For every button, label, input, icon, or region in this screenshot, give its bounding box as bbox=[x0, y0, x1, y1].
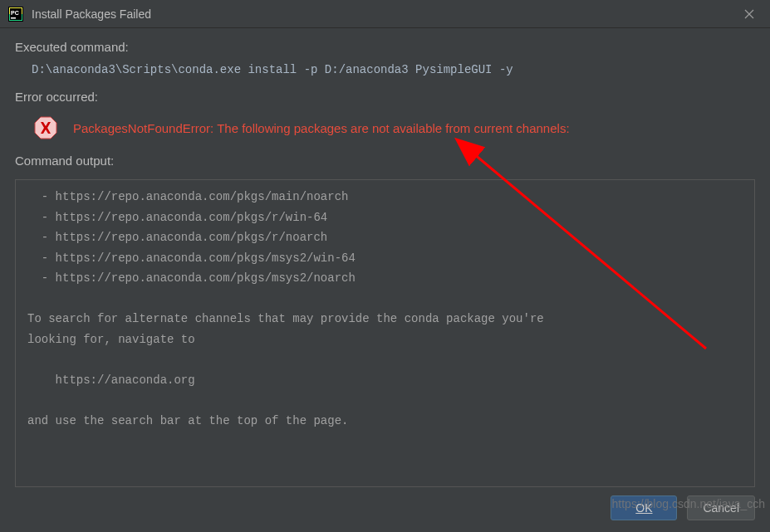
error-x-icon bbox=[33, 115, 58, 140]
close-icon bbox=[744, 9, 754, 19]
command-output-textarea[interactable]: - https://repo.anaconda.com/pkgs/main/no… bbox=[15, 179, 755, 487]
svg-text:PC: PC bbox=[11, 10, 19, 16]
pycharm-icon: PC bbox=[8, 7, 23, 22]
command-output-label: Command output: bbox=[15, 154, 755, 168]
error-message-text: PackagesNotFoundError: The following pac… bbox=[73, 121, 570, 135]
watermark-text: https://blog.csdn.net/java_cch bbox=[612, 497, 765, 510]
install-failed-dialog: PC Install Packages Failed Executed comm… bbox=[0, 0, 770, 532]
window-title: Install Packages Failed bbox=[32, 7, 737, 21]
dialog-content: Executed command: D:\anaconda3\Scripts\c… bbox=[0, 28, 770, 495]
executed-command-label: Executed command: bbox=[15, 40, 755, 54]
svg-rect-5 bbox=[11, 17, 16, 19]
titlebar: PC Install Packages Failed bbox=[0, 0, 770, 28]
executed-command-value: D:\anaconda3\Scripts\conda.exe install -… bbox=[15, 61, 755, 86]
close-button[interactable] bbox=[737, 2, 762, 27]
error-occurred-label: Error occurred: bbox=[15, 90, 755, 104]
error-row: PackagesNotFoundError: The following pac… bbox=[15, 110, 755, 150]
